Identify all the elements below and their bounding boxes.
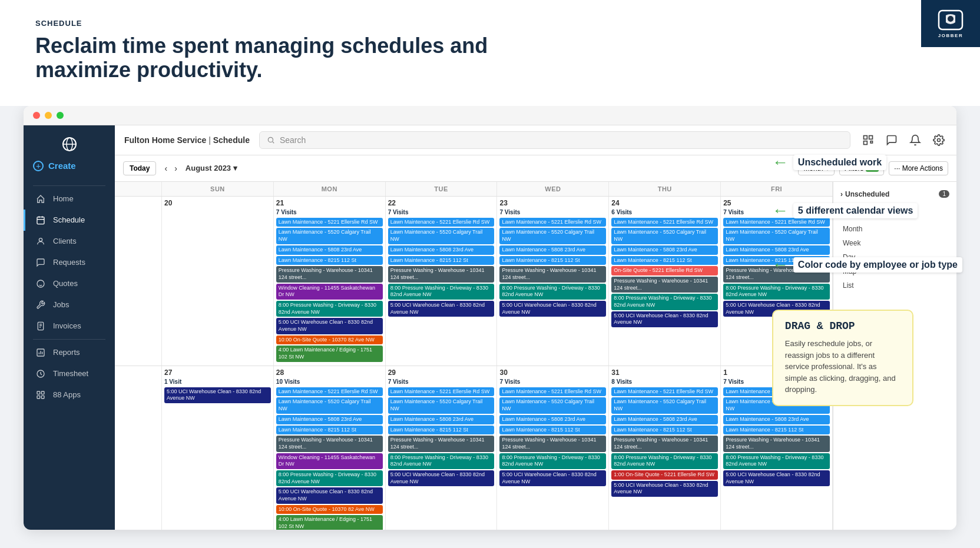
calendar-cell-25[interactable]: 25 7 Visits Lawn Maintenance - 5221 Elle… (721, 197, 833, 366)
date-number: 28 (276, 368, 383, 377)
list-item: Lawn Maintenance - 5808 23rd Ave (499, 245, 606, 255)
sidebar-item-home[interactable]: Home (24, 188, 115, 210)
calendar-cell-1-sep[interactable]: 1 7 Visits Lawn Maintenance - 5221 Eller… (721, 366, 833, 530)
apps-label: 88 Apps (53, 390, 81, 399)
list-item: Lawn Maintenance - 5808 23rd Ave (611, 245, 718, 255)
sidebar-item-jobs[interactable]: Jobs (24, 294, 115, 315)
main-content: Fulton Home Service | Schedule Search (115, 125, 956, 530)
qr-icon[interactable] (860, 132, 876, 148)
view-option-week[interactable]: Week (838, 236, 952, 250)
list-item: Lawn Maintenance - 5221 Ellerslie Rd SW (611, 387, 718, 397)
calendar-cell-31[interactable]: 31 8 Visits Lawn Maintenance - 5221 Elle… (609, 366, 721, 530)
visit-count: 8 Visits (611, 378, 718, 385)
list-item: Lawn Maintenance - 5808 23rd Ave (388, 415, 495, 424)
search-bar[interactable]: Search (259, 131, 850, 149)
svg-rect-18 (41, 391, 44, 394)
calendar-toolbar: Today ‹ › August 2023 ▾ Month ▾ (115, 155, 956, 182)
message-icon[interactable] (883, 132, 900, 148)
list-item: 5:00 UCI Warehouse Clean - 8330 82nd Ave… (499, 470, 606, 486)
date-number: 24 (611, 199, 718, 207)
maximize-dot[interactable] (57, 112, 64, 119)
list-item: 5:00 UCI Warehouse Clean - 8330 82nd Ave… (611, 481, 718, 497)
sidebar-item-clients[interactable]: Clients (24, 231, 115, 252)
visit-count: 7 Visits (388, 209, 495, 215)
list-item: Lawn Maintenance - 5520 Calgary Trail NW (388, 397, 495, 413)
minimize-dot[interactable] (45, 112, 52, 119)
list-item: 5:00 UCI Warehouse Clean - 8330 82nd Ave… (499, 301, 606, 317)
list-item: Lawn Maintenance - 5520 Calgary Trail NW (499, 228, 606, 244)
calendar-cell-29[interactable]: 29 7 Visits Lawn Maintenance - 5221 Elle… (386, 366, 498, 530)
sidebar-item-schedule[interactable]: Schedule (24, 210, 115, 231)
jobber-logo: JOBBER (921, 0, 980, 47)
svg-rect-25 (864, 141, 868, 144)
list-item: 1:00 On-Site Quote - 5221 Ellerslie Rd S… (611, 470, 718, 480)
home-icon (35, 194, 46, 204)
calendar-cell-27[interactable]: 27 1 Visit 5:00 UCI Warehouse Clean - 83… (162, 366, 274, 530)
view-option-map[interactable]: Map (838, 264, 952, 278)
list-item: Lawn Maintenance - 8215 112 St (388, 256, 495, 265)
sidebar-item-requests[interactable]: Requests (24, 252, 115, 273)
list-item: 8:00 Pressure Washing - Driveway - 8330 … (388, 453, 495, 469)
jobs-icon (35, 300, 46, 310)
prev-arrow[interactable]: ‹ (162, 162, 170, 174)
date-number: 1 (723, 368, 830, 377)
calendar-cell-21[interactable]: 21 7 Visits Lawn Maintenance - 5221 Elle… (274, 197, 386, 366)
svg-rect-26 (870, 141, 872, 142)
settings-icon[interactable] (931, 132, 947, 148)
list-item: Lawn Maintenance - 5808 23rd Ave (723, 415, 830, 424)
section-label: SCHEDULE (35, 19, 945, 28)
svg-rect-17 (37, 391, 40, 394)
unscheduled-toggle[interactable]: › Unscheduled 1 (838, 187, 952, 202)
calendar-cell-30[interactable]: 30 7 Visits Lawn Maintenance - 5221 Elle… (497, 366, 609, 530)
date-number: 20 (164, 199, 271, 207)
create-button[interactable]: + Create (33, 158, 105, 174)
search-placeholder: Search (280, 135, 306, 145)
list-item: Lawn Maintenance - 8215 112 St (276, 256, 383, 265)
day-header-mon: MON (274, 182, 386, 196)
calendar-cell-23[interactable]: 23 7 Visits Lawn Maintenance - 5221 Elle… (497, 197, 609, 366)
filters-button[interactable]: Filters On (839, 161, 885, 175)
list-item: 8:00 Pressure Washing - Driveway - 8330 … (499, 453, 606, 469)
list-item: Lawn Maintenance - 8215 112 St (723, 256, 830, 265)
visit-count: 6 Visits (611, 209, 718, 215)
calendar-rows: 20 21 7 Visits Lawn Maintenance - 5221 E… (115, 197, 833, 530)
sidebar-item-invoices[interactable]: Invoices (24, 315, 115, 337)
calendar-cell-22[interactable]: 22 7 Visits Lawn Maintenance - 5221 Elle… (386, 197, 498, 366)
sidebar-item-reports[interactable]: Reports (24, 342, 115, 363)
view-option-month[interactable]: Month (838, 222, 952, 236)
chevron-down-icon: ▾ (233, 164, 237, 172)
list-item: Lawn Maintenance - 5520 Calgary Trail NW (388, 228, 495, 244)
plus-icon: + (33, 161, 44, 171)
chevron-right-icon: › (840, 190, 843, 198)
next-arrow[interactable]: › (172, 162, 180, 174)
svg-line-22 (273, 141, 274, 143)
invoices-icon (35, 321, 46, 331)
sidebar-item-quotes[interactable]: Quotes (24, 273, 115, 294)
list-item: Lawn Maintenance - 5808 23rd Ave (611, 415, 718, 424)
list-item: Lawn Maintenance - 8215 112 St (611, 256, 718, 265)
list-item: Pressure Washing - Warehouse - 10341 124… (723, 436, 830, 451)
calendar-cell-20[interactable]: 20 (162, 197, 274, 366)
bell-icon[interactable] (907, 132, 923, 148)
today-button[interactable]: Today (123, 161, 156, 175)
list-item: 8:00 Pressure Washing - Driveway - 8330 … (276, 470, 383, 486)
day-header-wed: WED (497, 182, 609, 196)
month-dropdown[interactable]: Month ▾ (798, 161, 834, 175)
calendar-cell-24[interactable]: 24 6 Visits Lawn Maintenance - 5221 Elle… (609, 197, 721, 366)
close-dot[interactable] (33, 112, 40, 119)
right-panel: › Unscheduled 1 = 5221 Ellerslie Rd SW M… (833, 182, 956, 530)
list-item: Pressure Washing - Warehouse - 10341 124… (723, 266, 830, 282)
more-actions-button[interactable]: ··· More Actions (889, 161, 948, 175)
list-item: Lawn Maintenance - 5808 23rd Ave (276, 245, 383, 255)
week-num (115, 197, 162, 366)
calendar-grid: SUN MON TUE WED THU FRI (115, 182, 833, 530)
calendar-cell-28[interactable]: 28 10 Visits Lawn Maintenance - 5221 Ell… (274, 366, 386, 530)
view-option-day[interactable]: Day (838, 250, 952, 264)
date-number: 25 (723, 199, 830, 207)
sidebar-item-timesheet[interactable]: Timesheet (24, 363, 115, 384)
list-item: Lawn Maintenance - 5221 Ellerslie Rd SW (499, 218, 606, 227)
list-item: 5:00 UCI Warehouse Clean - 8330 82nd Ave… (388, 301, 495, 317)
sidebar-item-apps[interactable]: 88 Apps (24, 384, 115, 406)
view-option-list[interactable]: List (838, 278, 952, 293)
list-item: Lawn Maintenance - 5808 23rd Ave (499, 415, 606, 424)
